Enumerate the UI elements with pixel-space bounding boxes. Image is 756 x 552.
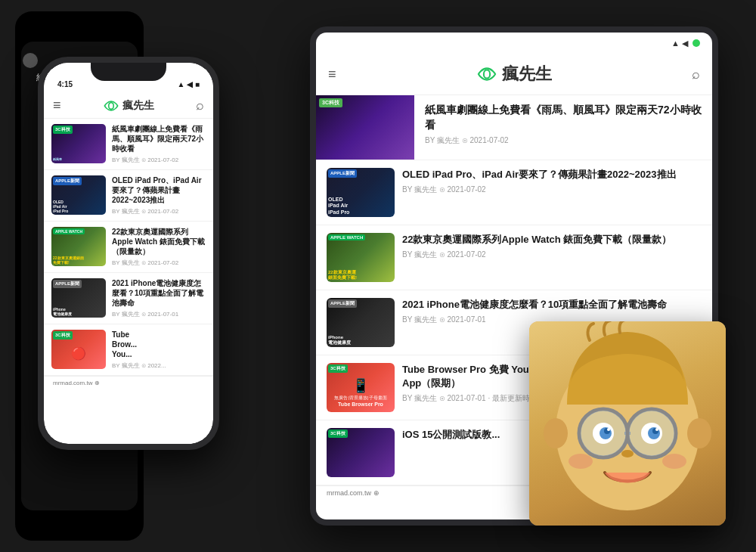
phone-header: ≡ 瘋先生 ⌕	[44, 93, 213, 119]
phone-article-meta-3: BY 瘋先生 ⊙ 2021-07-02	[112, 259, 206, 267]
tablet-thumb-3: APPLE WATCH 22款東京奧運錶面免費下載!	[327, 233, 395, 282]
phone-thumb-text-2: OLEDiPad AiriPad Pro	[53, 200, 104, 213]
tablet-article-meta-2: BY 瘋先生 ⊙ 2021-07-02	[402, 185, 702, 195]
phone-thumb-label-3: APPLE WATCH	[53, 228, 85, 234]
svg-point-18	[569, 454, 593, 469]
tablet-thumb-2: APPLE新聞 OLEDiPad AiriPad Pro	[327, 168, 395, 217]
phone-article-title-5: TubeBrow...You...	[112, 330, 206, 359]
tablet-thumb-label-6: 3C科技	[328, 430, 348, 438]
tablet-header: ≡ 瘋先生 ⌕	[316, 54, 712, 95]
tablet-top-label: 3C科技	[319, 98, 342, 107]
tablet-green-indicator	[692, 39, 700, 47]
tablet-search-icon[interactable]: ⌕	[692, 67, 700, 82]
phone-thumb-text-1: 紙風車	[53, 158, 104, 162]
tablet-logo-text: 瘋先生	[502, 63, 552, 85]
tablet-article-info-3: 22款東京奧運國際系列Apple Watch 錶面免費下載（限量款） BY 瘋先…	[402, 233, 702, 260]
tablet-thumb-label-3: APPLE WATCH	[328, 234, 365, 240]
phone-hamburger-icon[interactable]: ≡	[53, 98, 61, 113]
phone-status-icons: ▲ ◀ ■	[178, 80, 200, 88]
phone-logo-icon	[103, 101, 119, 111]
left-device-avatar	[23, 53, 38, 68]
phone-article-info-2: OLED iPad Pro、iPad Air要來了？傳蘋果計畫2022~2023…	[112, 175, 206, 216]
phone-article-meta-4: BY 瘋先生 ⊙ 2021-07-01	[112, 310, 206, 318]
phone-article-thumb-4: APPLE新聞 iPhone電池健康度	[51, 278, 106, 318]
svg-point-19	[662, 454, 686, 469]
phone-url: mrmad.com.tw ⊕	[53, 380, 100, 386]
phone-article-meta-5: BY 瘋先生 ⊙ 2022...	[112, 361, 206, 370]
animoji-svg	[529, 321, 726, 526]
phone-article-meta-2: BY 瘋先生 ⊙ 2021-07-02	[112, 207, 206, 216]
svg-point-2	[687, 418, 711, 448]
phone-article-thumb-2: APPLE新聞 OLEDiPad AiriPad Pro	[51, 175, 106, 215]
tablet-logo-icon	[476, 67, 497, 81]
tablet-list-item[interactable]: APPLE WATCH 22款東京奧運錶面免費下載! 22款東京奧運國際系列Ap…	[316, 225, 712, 290]
phone-bottom-bar: mrmad.com.tw ⊕	[44, 376, 213, 388]
phone-article-thumb-1: 3C科技 紙風車	[51, 124, 106, 163]
phone-list-item[interactable]: APPLE新聞 iPhone電池健康度 2021 iPhone電池健康度怎麼看？…	[44, 273, 213, 324]
phone-article-title-2: OLED iPad Pro、iPad Air要來了？傳蘋果計畫2022~2023…	[112, 175, 206, 205]
phone-article-title-1: 紙風車劇團線上免費看《雨馬、順風耳》限定兩天72小時收看	[112, 124, 206, 154]
phone-article-title-3: 22款東京奧運國際系列Apple Watch 錶面免費下載（限量款）	[112, 227, 206, 256]
tablet-list-item[interactable]: APPLE新聞 OLEDiPad AiriPad Pro OLED iPad P…	[316, 160, 712, 225]
avatar-overlay	[529, 321, 726, 526]
phone-search-icon[interactable]: ⌕	[196, 98, 204, 113]
phone-article-info-3: 22款東京奧運國際系列Apple Watch 錶面免費下載（限量款） BY 瘋先…	[112, 227, 206, 267]
tablet-top-thumb: 3C科技	[316, 95, 414, 160]
tablet-article-info-2: OLED iPad Pro、iPad Air要來了？傳蘋果計畫2022~2023…	[402, 168, 702, 195]
phone-article-meta-1: BY 瘋先生 ⊙ 2021-07-02	[112, 156, 206, 164]
tablet-thumb-label-4: APPLE新聞	[328, 299, 357, 308]
animoji-face	[529, 321, 726, 526]
tablet-article-top[interactable]: 3C科技 紙風車劇團線上免費看《雨馬、順風耳》限定兩天72小時收看BY 瘋先生 …	[316, 95, 712, 160]
phone-list-item[interactable]: 3C科技 🔴 TubeBrow...You... BY 瘋先生 ⊙ 2022..…	[44, 324, 213, 376]
phone-article-info-4: 2021 iPhone電池健康度怎麼看？10項重點全面了解電池壽命 BY 瘋先生…	[112, 278, 206, 318]
tablet-thumb-label-5: 3C科技	[328, 364, 348, 373]
tablet-thumb-label-2: APPLE新聞	[328, 169, 357, 178]
phone-device: 4:15 ▲ ◀ ■ ≡ 瘋先生 ⌕	[38, 57, 219, 450]
phone-article-title-4: 2021 iPhone電池健康度怎麼看？10項重點全面了解電池壽命	[112, 278, 206, 308]
tablet-thumb-4: APPLE新聞 iPhone電池健康度	[327, 298, 395, 347]
phone-list-item[interactable]: APPLE新聞 OLEDiPad AiriPad Pro OLED iPad P…	[44, 170, 213, 222]
phone-list-item[interactable]: APPLE WATCH 22款東京奧運錶面免費下載! 22款東京奧運國際系列Ap…	[44, 222, 213, 273]
tablet-article-meta-3: BY 瘋先生 ⊙ 2021-07-02	[402, 250, 702, 260]
tablet-wifi-icon: ▲ ◀	[671, 39, 688, 48]
tablet-thumb-5: 3C科技 📱 無廣告|背景播放|子母畫面 Tube Browser Pro	[327, 363, 395, 412]
tablet-logo: 瘋先生	[476, 63, 552, 85]
tablet-url: mrmad.com.tw ⊕	[327, 489, 380, 497]
tablet-article-title-3: 22款東京奧運國際系列Apple Watch 錶面免費下載（限量款）	[402, 233, 702, 247]
phone-list-item[interactable]: 3C科技 紙風車 紙風車劇團線上免費看《雨馬、順風耳》限定兩天72小時收看 BY…	[44, 119, 213, 170]
phone-logo-text: 瘋先生	[122, 99, 154, 113]
tablet-thumb-6: 3C科技	[327, 428, 395, 477]
phone-thumb-label-4: APPLE新聞	[53, 280, 82, 288]
svg-point-16	[655, 428, 658, 431]
svg-point-15	[607, 428, 610, 431]
phone-article-info-1: 紙風車劇團線上免費看《雨馬、順風耳》限定兩天72小時收看 BY 瘋先生 ⊙ 20…	[112, 124, 206, 164]
phone-thumb-text-4: iPhone電池健康度	[53, 307, 104, 316]
phone-thumb-label-1: 3C科技	[53, 126, 73, 134]
phone-article-info-5: TubeBrow...You... BY 瘋先生 ⊙ 2022...	[112, 330, 206, 370]
tablet-status-bar: ▲ ◀	[316, 33, 712, 54]
scene: 約螢幕 4:15 ▲ ◀ ■ ≡ 瘋先生 ⌕	[15, 11, 741, 541]
phone-thumb-text-3: 22款東京奧運錶面免費下載!	[53, 256, 104, 265]
phone-article-list: 3C科技 紙風車 紙風車劇團線上免費看《雨馬、順風耳》限定兩天72小時收看 BY…	[44, 119, 213, 376]
phone-time: 4:15	[57, 80, 73, 88]
phone-notch	[91, 63, 166, 81]
phone-article-thumb-5: 3C科技 🔴	[51, 330, 106, 369]
phone-thumb-label-5: 3C科技	[53, 331, 73, 340]
svg-point-1	[544, 418, 568, 448]
phone-article-thumb-3: APPLE WATCH 22款東京奧運錶面免費下載!	[51, 227, 106, 266]
svg-point-17	[621, 450, 634, 457]
tablet-top-title: 紙風車劇團線上免費看《雨馬、順風耳》限定兩天72小時收看BY 瘋先生 ⊙ 202…	[414, 95, 712, 160]
tablet-article-title-2: OLED iPad Pro、iPad Air要來了？傳蘋果計畫2022~2023…	[402, 168, 702, 181]
tablet-hamburger-icon[interactable]: ≡	[328, 67, 336, 82]
tablet-article-title-4: 2021 iPhone電池健康度怎麼看？10項重點全面了解電池壽命	[402, 298, 702, 312]
phone-screen: 4:15 ▲ ◀ ■ ≡ 瘋先生 ⌕	[44, 63, 213, 444]
phone-thumb-label-2: APPLE新聞	[53, 177, 82, 185]
phone-logo: 瘋先生	[103, 99, 154, 113]
